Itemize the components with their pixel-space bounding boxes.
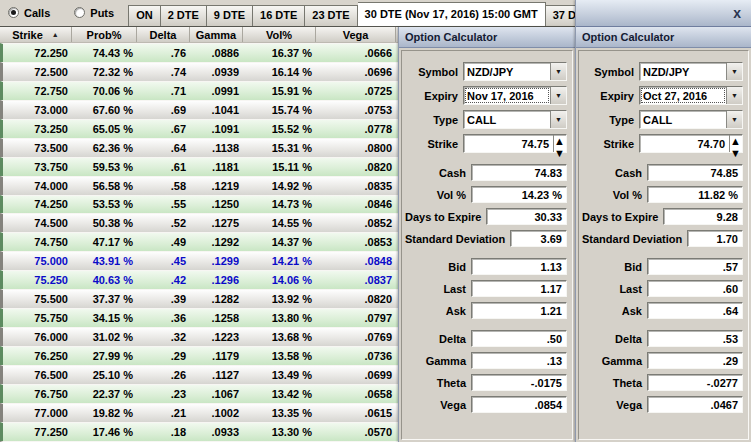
days-to-expire-output[interactable]: 9.28 xyxy=(663,208,743,225)
days-to-expire-output[interactable]: 30.33 xyxy=(486,208,567,225)
table-row[interactable]: 76.75022.37 %.23.106713.42 %.0658 xyxy=(0,384,398,403)
last-output[interactable]: 1.17 xyxy=(471,280,567,297)
tab-16-dte[interactable]: 16 DTE xyxy=(253,5,305,26)
strike-stepper[interactable]: 74.70▲▼ xyxy=(639,134,743,153)
calculator-1-titlebar[interactable]: Option Calculator xyxy=(399,27,575,48)
vega-output[interactable]: .0854 xyxy=(471,396,567,413)
expiry-dropdown[interactable]: Nov 17, 2016▼ xyxy=(463,86,567,105)
table-row[interactable]: 76.25027.99 %.29.117913.58 %.0736 xyxy=(0,346,398,365)
table-row[interactable]: 73.75059.53 %.61.118115.11 %.0820 xyxy=(0,157,398,176)
spin-up-icon[interactable]: ▲ xyxy=(554,135,566,147)
table-row[interactable]: 75.25040.63 %.42.129614.06 %.0837 xyxy=(0,270,398,289)
table-row[interactable]: 72.25074.43 %.76.088616.37 %.0666 xyxy=(0,43,398,62)
window-titlebar[interactable]: x xyxy=(576,0,751,27)
radio-puts-label: Puts xyxy=(90,7,114,19)
table-row[interactable]: 74.75047.17 %.49.129214.37 %.0853 xyxy=(0,232,398,251)
column-header-vega[interactable]: Vega xyxy=(316,27,396,42)
gamma-field-row: Gamma.13 xyxy=(405,352,567,369)
tab-9-dte[interactable]: 9 DTE xyxy=(207,5,253,26)
expiry-label: Expiry xyxy=(600,90,634,102)
radio-calls[interactable]: Calls xyxy=(8,7,50,19)
column-header-gamma[interactable]: Gamma xyxy=(190,27,243,42)
cell-vol: 14.37 % xyxy=(246,236,319,248)
cell-prob: 72.32 % xyxy=(75,66,140,78)
cell-vol: 16.37 % xyxy=(246,47,319,59)
sort-ascending-icon: ▲ xyxy=(52,31,59,38)
gamma-output[interactable]: .13 xyxy=(471,352,567,369)
standard-deviation-output[interactable]: 1.70 xyxy=(687,230,743,247)
cell-vol: 15.52 % xyxy=(246,123,319,135)
type-dropdown[interactable]: CALL▼ xyxy=(463,110,567,129)
ask-output[interactable]: 1.21 xyxy=(471,302,567,319)
chevron-down-icon[interactable]: ▼ xyxy=(726,87,742,104)
delta-output[interactable]: .50 xyxy=(471,330,567,347)
cell-delta: .26 xyxy=(140,369,193,381)
close-icon[interactable]: x xyxy=(733,7,741,19)
column-header-vol[interactable]: Vol% xyxy=(243,27,316,42)
chevron-down-icon[interactable]: ▼ xyxy=(726,111,742,128)
theta-output[interactable]: -.0277 xyxy=(647,374,743,391)
last-output[interactable]: .60 xyxy=(647,280,743,297)
table-row[interactable]: 76.00031.02 %.32.122313.68 %.0769 xyxy=(0,327,398,346)
spin-down-icon[interactable]: ▼ xyxy=(730,147,742,159)
gamma-output[interactable]: .29 xyxy=(647,352,743,369)
table-row[interactable]: 76.50025.10 %.26.112713.49 %.0699 xyxy=(0,365,398,384)
cash-output[interactable]: 74.85 xyxy=(647,164,743,181)
cell-prob: 56.58 % xyxy=(75,180,140,192)
radio-puts[interactable]: Puts xyxy=(74,7,114,19)
ask-label: Ask xyxy=(446,305,466,317)
cell-strike: 76.250 xyxy=(3,350,75,362)
bid-output[interactable]: .57 xyxy=(647,258,743,275)
table-row[interactable]: 74.00056.58 %.58.121914.92 %.0835 xyxy=(0,176,398,195)
column-header-prob[interactable]: Prob% xyxy=(72,27,137,42)
table-row[interactable]: 75.00043.91 %.45.129914.21 %.0848 xyxy=(0,251,398,270)
table-row[interactable]: 73.25065.05 %.67.109115.52 %.0778 xyxy=(0,119,398,138)
table-row[interactable]: 74.50050.38 %.52.127514.55 %.0852 xyxy=(0,213,398,232)
column-header-strike[interactable]: Strike▲ xyxy=(0,27,72,42)
spin-up-icon[interactable]: ▲ xyxy=(730,135,742,147)
cell-vega: .0820 xyxy=(319,293,399,305)
calculator-2-titlebar[interactable]: Option Calculator xyxy=(576,27,751,48)
symbol-dropdown[interactable]: NZD/JPY▼ xyxy=(639,62,743,81)
chevron-down-icon[interactable]: ▼ xyxy=(550,63,566,80)
standard-deviation-output[interactable]: 3.69 xyxy=(510,230,567,247)
column-header-delta[interactable]: Delta xyxy=(137,27,190,42)
bid-output[interactable]: 1.13 xyxy=(471,258,567,275)
spin-down-icon[interactable]: ▼ xyxy=(554,147,566,159)
cell-prob: 37.37 % xyxy=(75,293,140,305)
tab-30-dte-nov-17-2016-15-00-gmt[interactable]: 30 DTE (Nov 17, 2016) 15:00 GMT xyxy=(358,2,546,26)
cash-output[interactable]: 74.83 xyxy=(471,164,567,181)
vega-output[interactable]: .0467 xyxy=(647,396,743,413)
ask-output[interactable]: .64 xyxy=(647,302,743,319)
table-row[interactable]: 75.75034.15 %.36.125813.80 %.0797 xyxy=(0,308,398,327)
strike-stepper[interactable]: 74.75▲▼ xyxy=(463,134,567,153)
cell-delta: .49 xyxy=(140,236,193,248)
cell-strike: 72.500 xyxy=(3,66,75,78)
cell-gamma: .1296 xyxy=(193,274,246,286)
tab-on[interactable]: ON xyxy=(128,5,161,26)
type-field-row: TypeCALL▼ xyxy=(405,110,567,129)
expiry-dropdown[interactable]: Oct 27, 2016▼ xyxy=(639,86,743,105)
table-row[interactable]: 72.50072.32 %.74.093916.14 %.0696 xyxy=(0,62,398,81)
table-row[interactable]: 73.00067.60 %.69.104115.74 %.0753 xyxy=(0,100,398,119)
theta-output[interactable]: -.0175 xyxy=(471,374,567,391)
table-row[interactable]: 74.25053.53 %.55.125014.73 %.0846 xyxy=(0,195,398,214)
tab-23-dte[interactable]: 23 DTE xyxy=(305,5,357,26)
tab-2-dte[interactable]: 2 DTE xyxy=(161,5,207,26)
vol-output[interactable]: 14.23 % xyxy=(471,186,567,203)
cell-prob: 47.17 % xyxy=(75,236,140,248)
table-row[interactable]: 72.75070.06 %.71.099115.91 %.0725 xyxy=(0,81,398,100)
cell-gamma: .1223 xyxy=(193,331,246,343)
vol-output[interactable]: 11.82 % xyxy=(647,186,743,203)
symbol-dropdown[interactable]: NZD/JPY▼ xyxy=(463,62,567,81)
chevron-down-icon[interactable]: ▼ xyxy=(550,111,566,128)
delta-output[interactable]: .53 xyxy=(647,330,743,347)
table-row[interactable]: 77.00019.82 %.21.100213.35 %.0615 xyxy=(0,403,398,422)
table-row[interactable]: 77.25017.46 %.18.093313.30 %.0570 xyxy=(0,422,398,441)
chevron-down-icon[interactable]: ▼ xyxy=(550,87,566,104)
table-row[interactable]: 73.50062.36 %.64.113815.31 %.0800 xyxy=(0,138,398,157)
table-row[interactable]: 75.50037.37 %.39.128213.92 %.0820 xyxy=(0,289,398,308)
type-dropdown[interactable]: CALL▼ xyxy=(639,110,743,129)
chevron-down-icon[interactable]: ▼ xyxy=(726,63,742,80)
cell-vega: .0837 xyxy=(319,274,399,286)
